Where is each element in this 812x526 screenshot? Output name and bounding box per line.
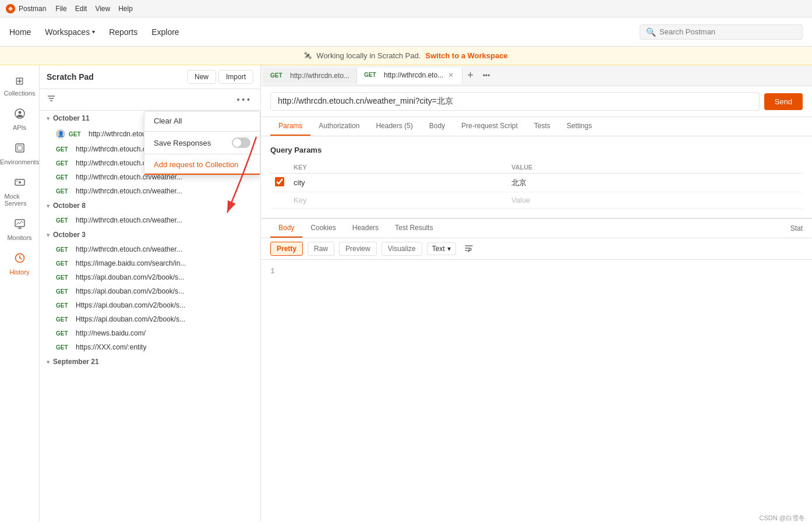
history-request-row[interactable]: GET https://XXX.com/:entity xyxy=(40,340,260,354)
svg-rect-4 xyxy=(17,146,22,150)
nav-workspaces[interactable]: Workspaces ▾ xyxy=(45,25,95,39)
history-request-row[interactable]: GET http://wthrcdn.etouch.cn/weather... xyxy=(40,213,260,227)
history-group-oct8: ▾ October 8 GET http://wthrcdn.etouch.cn… xyxy=(40,198,260,227)
checkbox-col-header xyxy=(270,161,289,174)
history-date-sep21[interactable]: ▾ September 21 xyxy=(40,354,260,369)
top-nav: Home Workspaces ▾ Reports Explore 🔍 xyxy=(0,17,812,47)
request-tabs: Params Authorization Headers (5) Body Pr… xyxy=(261,117,812,136)
format-visualize-btn[interactable]: Visualize xyxy=(382,242,422,256)
history-request-row[interactable]: GET http://news.baidu.com/ xyxy=(40,326,260,340)
history-request-row[interactable]: GET https://api.douban.com/v2/book/s... xyxy=(40,270,260,284)
workspaces-chevron-icon: ▾ xyxy=(92,29,95,35)
tab-bar: GET http://wthrcdn.eto... GET http://wth… xyxy=(261,65,812,86)
import-button[interactable]: Import xyxy=(218,70,253,84)
context-menu-clear-all[interactable]: Clear All xyxy=(144,112,260,130)
tab-more-button[interactable]: ••• xyxy=(478,70,495,81)
context-menu-divider2 xyxy=(144,154,260,154)
sidebar-item-label: Collections xyxy=(4,90,36,97)
sidebar-item-label: Mock Servers xyxy=(5,193,35,207)
response-toolbar: Pretty Raw Preview Visualize Text ▾ xyxy=(261,238,812,260)
sidebar-item-label: Environments xyxy=(0,158,39,165)
nav-home[interactable]: Home xyxy=(9,25,31,39)
req-tab-body[interactable]: Body xyxy=(421,117,453,136)
param-value-placeholder[interactable]: Value xyxy=(507,192,803,209)
sidebar-item-apis[interactable]: APIs xyxy=(2,104,37,136)
format-raw-btn[interactable]: Raw xyxy=(308,242,334,256)
req-tab-pre-request[interactable]: Pre-request Script xyxy=(453,117,526,136)
response-body: 1 xyxy=(261,260,812,521)
response-tabs: Body Cookies Headers Test Results Stat xyxy=(261,219,812,238)
context-menu-add-to-collection[interactable]: Add request to Collection xyxy=(144,156,260,175)
tab-2[interactable]: GET http://wthrcdn.eto... ✕ xyxy=(357,68,463,84)
resp-tab-cookies[interactable]: Cookies xyxy=(302,219,344,238)
value-col-header: VALUE xyxy=(507,161,803,174)
banner-text: Working locally in Scratch Pad. xyxy=(316,51,421,60)
param-key[interactable]: city xyxy=(289,174,507,192)
group-chevron-icon: ▾ xyxy=(47,359,50,365)
param-key-placeholder[interactable]: Key xyxy=(289,192,507,209)
url-bar: Send xyxy=(261,86,812,117)
sidebar-item-mock-servers[interactable]: Mock Servers xyxy=(2,172,37,211)
menu-edit[interactable]: Edit xyxy=(75,5,87,13)
search-input[interactable] xyxy=(659,27,796,36)
req-tab-params[interactable]: Params xyxy=(270,117,310,136)
menu-help[interactable]: Help xyxy=(118,5,133,13)
history-request-row[interactable]: GET http://wthrcdn.etouch.cn/weather... xyxy=(40,242,260,256)
req-tab-auth[interactable]: Authorization xyxy=(310,117,368,136)
new-button[interactable]: New xyxy=(187,70,216,84)
key-col-header: KEY xyxy=(289,161,507,174)
history-request-row[interactable]: GET Https://api.douban.com/v2/book/s... xyxy=(40,298,260,312)
req-tab-headers[interactable]: Headers (5) xyxy=(368,117,421,136)
context-menu: Clear All Save Responses Add request to … xyxy=(144,111,260,175)
resp-tab-body[interactable]: Body xyxy=(270,219,302,238)
req-tab-settings[interactable]: Settings xyxy=(559,117,600,136)
history-panel: Scratch Pad New Import • • • Clear All S… xyxy=(40,65,261,521)
wrap-text-btn[interactable] xyxy=(461,242,477,256)
history-date-oct3[interactable]: ▾ October 3 xyxy=(40,227,260,242)
menu-file[interactable]: File xyxy=(55,5,66,13)
url-input[interactable] xyxy=(270,92,760,111)
history-request-row[interactable]: GET http://wthrcdn.etouch.cn/weather... xyxy=(40,184,260,198)
param-checkbox[interactable] xyxy=(275,177,284,186)
tab-1[interactable]: GET http://wthrcdn.eto... xyxy=(263,68,357,83)
group-chevron-icon: ▾ xyxy=(47,115,50,122)
tab-close-button[interactable]: ✕ xyxy=(447,71,455,79)
history-request-row[interactable]: GET https://image.baidu.com/search/in... xyxy=(40,256,260,270)
banner-switch-link[interactable]: Switch to a Workspace xyxy=(425,51,507,60)
line-number: 1 xyxy=(270,267,275,276)
history-icon xyxy=(15,253,25,266)
nav-reports[interactable]: Reports xyxy=(109,25,137,39)
query-params-section: Query Params KEY VALUE city 北京 xyxy=(261,136,812,218)
send-button[interactable]: Send xyxy=(764,93,803,110)
svg-rect-3 xyxy=(16,144,24,152)
sidebar-item-collections[interactable]: ⊞ Collections xyxy=(2,70,37,101)
sidebar-item-label: APIs xyxy=(13,124,26,131)
resp-tab-test-results[interactable]: Test Results xyxy=(387,219,441,238)
filter-icon[interactable] xyxy=(47,94,56,105)
request-area: Send Params Authorization Headers (5) Bo… xyxy=(261,86,812,521)
history-options-button[interactable]: • • • xyxy=(234,94,253,105)
main-layout: ⊞ Collections APIs Environments Mock Ser… xyxy=(0,65,812,521)
response-area: Body Cookies Headers Test Results Stat P… xyxy=(261,218,812,521)
param-value[interactable]: 北京 xyxy=(507,174,803,192)
type-select[interactable]: Text ▾ xyxy=(427,242,456,255)
save-responses-toggle[interactable] xyxy=(232,137,250,148)
param-row-empty: Key Value xyxy=(270,192,803,209)
menu-view[interactable]: View xyxy=(95,5,110,13)
history-request-row[interactable]: GET Https://api.douban.com/v2/book/s... xyxy=(40,312,260,326)
resp-tab-headers[interactable]: Headers xyxy=(344,219,387,238)
sidebar-item-monitors[interactable]: Monitors xyxy=(2,214,37,246)
nav-explore[interactable]: Explore xyxy=(151,25,179,39)
format-pretty-btn[interactable]: Pretty xyxy=(270,242,303,256)
format-preview-btn[interactable]: Preview xyxy=(339,242,377,256)
apis-icon xyxy=(15,108,25,122)
add-tab-button[interactable]: + xyxy=(463,68,478,83)
sidebar-item-label: Monitors xyxy=(7,234,31,241)
context-menu-save-responses[interactable]: Save Responses xyxy=(144,133,260,153)
sidebar-item-environments[interactable]: Environments xyxy=(2,138,37,170)
history-request-row[interactable]: GET https://api.douban.com/v2/book/s... xyxy=(40,284,260,298)
history-date-oct8[interactable]: ▾ October 8 xyxy=(40,198,260,213)
sidebar-item-history[interactable]: History xyxy=(2,248,37,280)
req-tab-tests[interactable]: Tests xyxy=(526,117,559,136)
search-bar[interactable]: 🔍 xyxy=(640,24,803,40)
